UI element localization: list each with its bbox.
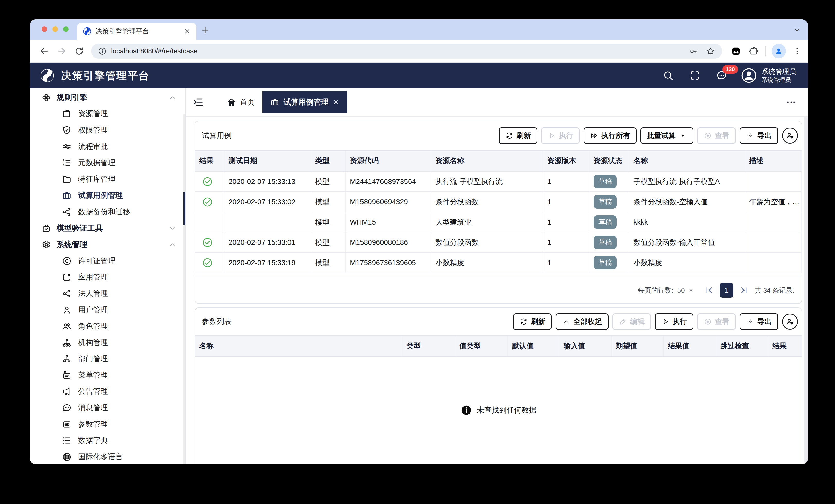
sidebar-group-规则引擎[interactable]: 规则引擎 (30, 89, 185, 106)
table-row[interactable]: 2020-02-07 15:33:13模型M244147668973564执行流… (195, 172, 801, 192)
maximize-window-button[interactable] (63, 26, 69, 32)
sidebar-scrollbar-thumb[interactable] (183, 192, 185, 225)
rows-per-page-caret-icon[interactable] (688, 287, 694, 294)
testcase-execute-button[interactable]: 执行 (541, 127, 580, 144)
shield-check-icon (62, 125, 72, 135)
breadcrumb-home[interactable]: 首页 (226, 97, 255, 107)
table-row[interactable]: 2020-02-07 15:33:02模型M1580960694329条件分段函… (195, 192, 801, 212)
testcase-execute-all-button[interactable]: 执行所有 (584, 127, 636, 144)
back-icon[interactable] (39, 46, 49, 57)
sidebar-item-元数据管理[interactable]: 123元数据管理 (30, 155, 185, 171)
minimize-window-button[interactable] (53, 26, 58, 32)
testcase-view-button[interactable]: 查看 (697, 127, 736, 144)
sidebar-group-系统管理[interactable]: 系统管理 (30, 236, 185, 253)
tab-search-icon[interactable] (793, 25, 801, 34)
sidebar-item-数据字典[interactable]: 数据字典 (30, 432, 185, 449)
check-circle-icon (202, 257, 213, 269)
user-menu[interactable]: 系统管理员 系统管理员 (741, 67, 796, 84)
window-controls[interactable] (42, 26, 69, 32)
sidebar-item-法人管理[interactable]: 法人管理 (30, 286, 185, 302)
download-icon (746, 317, 754, 326)
sidebar-group-模型验证工具[interactable]: 模型验证工具 (30, 220, 185, 236)
cell: 数值分段函数 (431, 232, 543, 252)
sidebar-scrollbar-track[interactable] (183, 114, 185, 464)
more-menu-icon[interactable] (786, 97, 796, 107)
table-row[interactable]: 2020-02-07 15:33:19模型M175896736139605小数精… (195, 253, 801, 273)
sidebar-item-角色管理[interactable]: 角色管理 (30, 318, 185, 334)
cell: M1580960694329 (346, 192, 431, 212)
reload-icon[interactable] (74, 46, 85, 57)
params-user-settings-button[interactable] (782, 314, 798, 330)
cell: 草稿 (590, 192, 629, 212)
chevron-up-icon[interactable] (168, 241, 176, 248)
menu-fold-icon[interactable] (192, 97, 204, 108)
sidebar-item-菜单管理[interactable]: 菜单管理 (30, 367, 185, 383)
cell: 2020-02-07 15:33:02 (224, 192, 311, 212)
sidebar-item-权限管理[interactable]: 权限管理 (30, 122, 185, 139)
table-row[interactable]: 模型WHM15大型建筑业1草稿kkkk (195, 212, 801, 232)
rows-per-page-value[interactable]: 50 (677, 287, 685, 294)
sidebar-item-公告管理[interactable]: 公告管理 (30, 383, 185, 400)
chevron-up-icon[interactable] (168, 94, 176, 102)
table-row[interactable]: 2020-02-07 15:33:01模型M1580960080186数值分段函… (195, 232, 801, 253)
sidebar-item-国际化多语言[interactable]: 国际化多语言 (30, 449, 185, 464)
play-all-icon (590, 131, 598, 140)
url-text[interactable]: localhost:8080/#/re/testcase (111, 47, 689, 55)
bag-check-icon (41, 223, 52, 233)
sidebar-item-流程审批[interactable]: 流程审批 (30, 139, 185, 155)
first-page-icon[interactable] (705, 286, 713, 294)
testcase-batch-run-button[interactable]: 批量试算 (640, 127, 693, 144)
last-page-icon[interactable] (740, 286, 748, 294)
chevron-down-icon[interactable] (168, 225, 176, 232)
sidebar-item-特征库管理[interactable]: 特征库管理 (30, 171, 185, 188)
content-scrollbar[interactable] (805, 118, 808, 464)
sidebar-item-消息管理[interactable]: 消息管理 (30, 400, 185, 416)
sidebar-item-许可证管理[interactable]: 许可证管理 (30, 253, 185, 269)
extension-dark-icon[interactable] (731, 46, 741, 56)
extensions-puzzle-icon[interactable] (748, 46, 759, 56)
browser-menu-kebab-icon[interactable] (792, 46, 802, 56)
tab-testcase-management[interactable]: 试算用例管理 (263, 91, 347, 113)
params-execute-button[interactable]: 执行 (655, 313, 693, 330)
forward-icon[interactable] (56, 46, 67, 57)
testcase-export-button[interactable]: 导出 (740, 127, 778, 144)
rows-per-page-label: 每页的行数: (638, 286, 673, 295)
params-edit-button[interactable]: 编辑 (612, 313, 651, 330)
params-card: 参数列表 刷新全部收起编辑执行查看导出 名称类型值类型默认值输入值期望值结果值跳… (195, 308, 802, 464)
sidebar-item-数据备份和迁移[interactable]: 数据备份和迁移 (30, 204, 185, 220)
browser-tab[interactable]: 决策引擎管理平台 (77, 23, 197, 40)
messages-icon[interactable]: 120 (716, 70, 728, 81)
params-export-button[interactable]: 导出 (740, 313, 778, 330)
column-header: 资源版本 (543, 150, 590, 171)
password-key-icon[interactable] (689, 46, 698, 56)
empty-state-text: 未查找到任何数据 (477, 405, 536, 415)
tab-close-icon[interactable] (332, 99, 340, 106)
testcase-user-settings-button[interactable] (782, 128, 798, 144)
search-icon[interactable] (662, 70, 674, 81)
testcase-refresh-button[interactable]: 刷新 (499, 127, 537, 144)
sidebar-item-机构管理[interactable]: 机构管理 (30, 334, 185, 351)
sidebar-item-label: 法人管理 (78, 289, 108, 299)
close-window-button[interactable] (42, 26, 47, 32)
sidebar-item-试算用例管理[interactable]: 试算用例管理 (30, 188, 185, 204)
sidebar-item-应用管理[interactable]: 应用管理 (30, 269, 185, 286)
current-page-badge[interactable]: 1 (719, 283, 733, 298)
sidebar-item-用户管理[interactable]: 用户管理 (30, 302, 185, 318)
bookmark-star-icon[interactable] (705, 46, 715, 56)
new-tab-button[interactable] (200, 25, 210, 35)
sidebar-item-资源管理[interactable]: 资源管理 (30, 106, 185, 122)
column-header: 测试日期 (224, 150, 311, 171)
sidebar-item-参数管理[interactable]: 参数管理 (30, 416, 185, 433)
address-bar[interactable]: localhost:8080/#/re/testcase (91, 44, 722, 59)
browser-profile-avatar[interactable] (772, 44, 786, 58)
site-info-icon[interactable] (98, 46, 107, 56)
sidebar-item-部门管理[interactable]: 部门管理 (30, 351, 185, 368)
tab-close-icon[interactable] (184, 28, 191, 35)
params-collapse-all-button[interactable]: 全部收起 (555, 313, 609, 330)
fullscreen-icon[interactable] (689, 70, 701, 81)
param-card-icon (62, 419, 72, 429)
sidebar-item-label: 公告管理 (78, 386, 108, 397)
cell: 2020-02-07 15:33:01 (224, 232, 311, 252)
params-view-button[interactable]: 查看 (697, 313, 736, 330)
params-refresh-button[interactable]: 刷新 (513, 313, 552, 330)
